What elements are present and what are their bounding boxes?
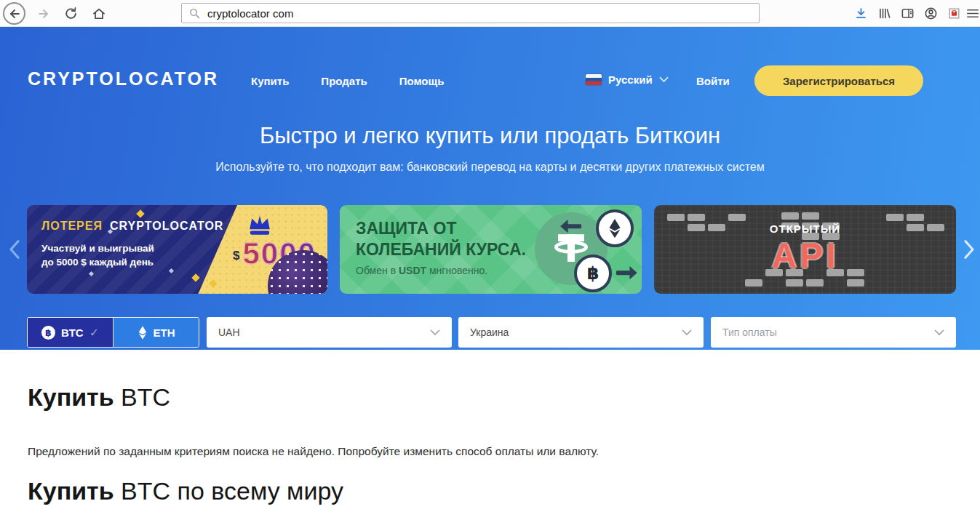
extension-icon	[947, 7, 961, 20]
usdt-title-line2: КОЛЕБАНИЙ КУРСА.	[356, 240, 526, 259]
confetti-icon	[191, 273, 199, 281]
confetti-icon	[136, 209, 144, 217]
buy-btc-worldwide-heading-rest: BTC по всему миру	[114, 477, 343, 505]
hero-subtitle: Используйте то, что подходит вам: банков…	[0, 161, 980, 174]
confetti-icon	[89, 271, 94, 276]
api-banner-title: API	[654, 236, 956, 276]
sidebar-button[interactable]	[896, 2, 919, 25]
chevron-down-icon	[430, 329, 440, 336]
crown-icon	[245, 212, 274, 237]
nav-item-buy[interactable]: Купить	[251, 75, 289, 87]
chevron-left-icon	[7, 239, 23, 260]
arrow-left-icon	[558, 218, 583, 234]
browser-toolbar: cryptolocator com	[0, 0, 980, 27]
lottery-currency: $	[233, 249, 239, 263]
carousel-next-button[interactable]	[958, 236, 980, 262]
reload-icon	[64, 7, 78, 20]
ethereum-icon	[607, 217, 623, 239]
arrow-right-icon	[615, 265, 640, 281]
lottery-label: ЛОТЕРЕЯ	[41, 220, 103, 233]
country-value: Украина	[470, 326, 509, 338]
forward-button[interactable]	[32, 2, 55, 25]
main-nav: Купить Продать Помощь	[251, 75, 444, 87]
coin-toggle-btc[interactable]: ฿ BTC ✓	[28, 318, 113, 347]
address-bar[interactable]: cryptolocator com	[181, 3, 760, 23]
url-text: cryptolocator com	[207, 7, 293, 20]
carousel-prev-button[interactable]	[4, 236, 25, 262]
buy-btc-heading-bold: Купить	[28, 383, 114, 411]
country-dropdown[interactable]: Украина	[458, 317, 704, 348]
bitcoin-glyph: ฿	[587, 263, 599, 284]
confetti-icon	[169, 268, 174, 273]
open-api-banner[interactable]: ОТКРЫТЫЙ API	[654, 205, 956, 294]
chevron-down-icon	[934, 329, 944, 336]
usdt-banner-subtitle: Обмен в USDT мнгновенно.	[356, 265, 487, 276]
home-icon	[92, 7, 106, 21]
lottery-banner[interactable]: ЛОТЕРЕЯ CRYPTOLOCATOR Участвуй и выигрыв…	[27, 205, 327, 294]
coin-toggle-eth[interactable]: ETH	[113, 318, 199, 347]
chevron-down-icon	[659, 76, 669, 83]
ethereum-icon	[138, 325, 148, 340]
back-arrow-icon	[7, 7, 22, 21]
site-logo[interactable]: CRYPTOLOCATOR	[28, 68, 219, 89]
menu-button[interactable]	[965, 2, 980, 25]
library-button[interactable]	[872, 2, 896, 25]
register-button[interactable]: Зарегистрироваться	[754, 65, 923, 96]
language-selector[interactable]: Русский	[586, 73, 669, 86]
coin-toggle: ฿ BTC ✓ ETH	[27, 317, 199, 348]
buy-btc-heading-rest: BTC	[114, 383, 170, 411]
currency-dropdown[interactable]: UAH	[207, 317, 452, 348]
chevron-right-icon	[961, 239, 977, 260]
nav-item-help[interactable]: Помощь	[399, 75, 445, 87]
toolbar-right-icons	[849, 2, 980, 25]
account-icon	[924, 7, 938, 20]
library-icon	[877, 7, 891, 20]
forward-arrow-icon	[36, 7, 51, 21]
search-icon	[188, 7, 201, 20]
bitcoin-badge-icon: ฿	[41, 326, 55, 340]
lottery-banner-heading: ЛОТЕРЕЯ CRYPTOLOCATOR	[41, 220, 223, 233]
promo-banners: ЛОТЕРЕЯ CRYPTOLOCATOR Участвуй и выигрыв…	[27, 205, 956, 294]
buy-btc-worldwide-heading-bold: Купить	[28, 477, 114, 505]
api-banner-kicker: ОТКРЫТЫЙ	[654, 223, 956, 235]
check-icon: ✓	[89, 326, 99, 340]
usdt-title-line1: ЗАЩИТА ОТ	[356, 219, 457, 238]
usdt-banner-title: ЗАЩИТА ОТ КОЛЕБАНИЙ КУРСА.	[356, 218, 526, 260]
download-icon	[854, 7, 868, 20]
no-offers-message: Предложений по заданным критериям поиска…	[28, 445, 599, 458]
downloads-button[interactable]	[849, 2, 872, 25]
buy-btc-heading: Купить BTC	[28, 383, 170, 412]
btc-coin-icon: ฿	[574, 254, 612, 292]
back-button[interactable]	[3, 2, 25, 25]
sidebar-icon	[901, 7, 915, 20]
login-link[interactable]: Войти	[696, 75, 730, 87]
chevron-down-icon	[682, 329, 692, 336]
usdt-protection-banner[interactable]: ЗАЩИТА ОТ КОЛЕБАНИЙ КУРСА. Обмен в USDT …	[340, 205, 642, 294]
russian-flag-icon	[586, 74, 602, 85]
language-label: Русский	[608, 73, 653, 86]
lottery-line2: до 5000 $ каждый день	[41, 257, 154, 268]
buy-btc-worldwide-heading: Купить BTC по всему миру	[28, 477, 343, 505]
currency-value: UAH	[218, 326, 240, 338]
home-button[interactable]	[87, 2, 110, 25]
account-button[interactable]	[919, 2, 942, 25]
usdt-subtitle-suffix: мнгновенно.	[426, 265, 487, 276]
usdt-label: USDT	[399, 265, 426, 276]
screen: cryptolocator com CRYPTOLOCATOR	[0, 0, 980, 509]
extension-button[interactable]	[942, 2, 965, 25]
nav-item-sell[interactable]: Продать	[321, 75, 367, 87]
eth-label: ETH	[154, 326, 175, 339]
hamburger-menu-icon	[965, 7, 980, 20]
eth-coin-icon	[596, 209, 634, 247]
hero-title: Быстро и легко купить или продать Биткои…	[0, 123, 980, 149]
payment-type-dropdown[interactable]: Тип оплаты	[711, 317, 956, 348]
lottery-brand: CRYPTOLOCATOR	[110, 220, 223, 233]
bitcoin-glyph: ฿	[45, 327, 52, 338]
payment-type-placeholder: Тип оплаты	[722, 326, 777, 338]
reload-button[interactable]	[60, 2, 82, 25]
site-hero-section: CRYPTOLOCATOR Купить Продать Помощь Русс…	[0, 27, 980, 350]
btc-label: BTC	[61, 326, 84, 339]
usdt-subtitle-prefix: Обмен в	[356, 265, 399, 276]
lottery-line1: Участвуй и выигрывай	[41, 243, 154, 254]
